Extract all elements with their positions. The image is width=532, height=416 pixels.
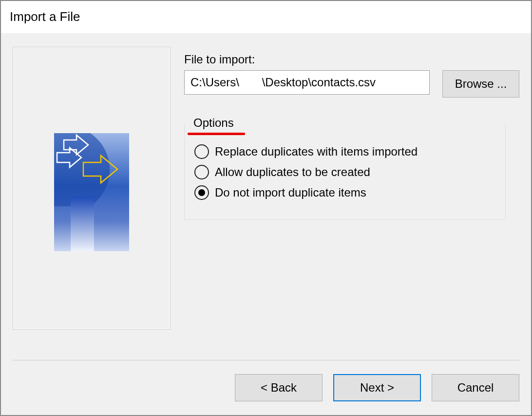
cancel-button[interactable]: Cancel [432,374,519,401]
options-legend: Options [190,116,237,130]
radio-icon [194,165,209,179]
button-row: < Back Next > Cancel [1,360,531,415]
radio-label: Allow duplicates to be created [215,165,370,179]
options-groupbox: Options Replace duplicates with items im… [184,124,506,220]
window-title: Import a File [10,9,80,24]
import-file-wizard-window: Import a File [0,0,532,416]
radio-allow-duplicates[interactable]: Allow duplicates to be created [194,165,495,179]
client-area: File to import: Browse ... Options Repla… [1,33,531,415]
radio-label: Replace duplicates with items imported [215,145,418,158]
form-panel: File to import: Browse ... Options Repla… [184,47,519,360]
content-area: File to import: Browse ... Options Repla… [1,33,531,360]
annotation-underline-icon [188,133,245,135]
radio-replace-duplicates[interactable]: Replace duplicates with items imported [194,144,495,159]
wizard-image-panel [13,47,171,330]
next-button[interactable]: Next > [333,374,421,401]
browse-button[interactable]: Browse ... [442,70,519,98]
svg-rect-1 [71,197,94,251]
back-button[interactable]: < Back [235,374,323,401]
radio-icon [194,185,209,200]
file-to-import-label: File to import: [184,53,519,66]
titlebar: Import a File [1,1,531,33]
file-path-input[interactable] [184,70,430,95]
radio-label: Do not import duplicate items [215,186,366,199]
file-row: Browse ... [184,70,519,98]
radio-no-import-duplicates[interactable]: Do not import duplicate items [194,185,495,200]
radio-icon [194,144,209,159]
import-arrows-art-icon [54,133,129,251]
